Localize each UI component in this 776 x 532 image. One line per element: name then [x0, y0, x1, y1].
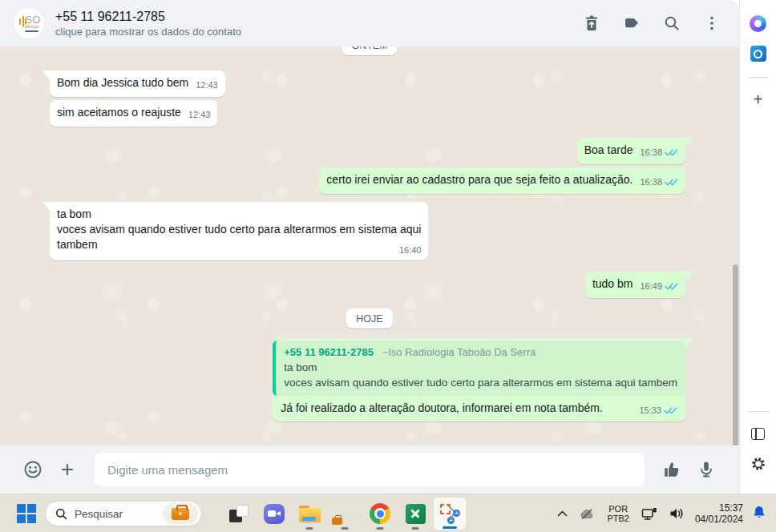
emoji-button[interactable] [19, 456, 46, 483]
contact-subtitle: clique para mostrar os dados do contato [55, 25, 576, 39]
plus-icon: + [61, 458, 74, 481]
kebab-menu-icon [702, 14, 721, 33]
read-receipt-icon [664, 406, 677, 415]
outlook-button[interactable] [746, 42, 770, 66]
message-row: certo irei enviar ao cadastro para que s… [0, 167, 739, 194]
clock-date: 04/01/2024 [695, 514, 743, 525]
message-bubble-outgoing[interactable]: Boa tarde 16:38 [577, 138, 685, 164]
message-text: voces avisam quando estiver tudo certo p… [57, 222, 421, 237]
onedrive-status-button[interactable] [576, 505, 598, 523]
message-row: +55 11 96211-2785 ~Iso Radiologia Taboão… [0, 339, 739, 421]
snipping-tool-icon: ++ [439, 503, 460, 524]
contact-avatar[interactable]: ISO radiologia [13, 7, 45, 39]
language-line1: POR [607, 504, 629, 514]
copilot-icon [750, 15, 766, 32]
attach-button[interactable]: + [54, 456, 81, 483]
notifications-button[interactable] [750, 502, 771, 526]
iso-logo-bar [25, 30, 38, 32]
windows-taskbar: Pesquisar [0, 494, 776, 532]
thumbs-up-icon [662, 460, 682, 479]
language-line2: PTB2 [607, 514, 629, 523]
taskbar-app-snipping-tool[interactable]: ++ [433, 497, 467, 530]
network-button[interactable] [638, 504, 661, 524]
microphone-icon [697, 460, 716, 479]
message-input[interactable] [95, 453, 645, 486]
sidebar-settings-button[interactable] [746, 452, 770, 476]
message-row: sim aceitamos o reajuste 12:43 [0, 100, 739, 127]
menu-button[interactable] [696, 7, 728, 39]
taskbar-app-file-explorer[interactable] [292, 496, 327, 531]
voice-message-button[interactable] [693, 456, 720, 483]
message-text: Já foi realizado a alteração doutora, in… [281, 401, 603, 416]
taskbar-clock[interactable]: 15:37 04/01/2024 [693, 501, 745, 526]
plus-icon: + [754, 91, 763, 107]
sidebar-divider [748, 411, 769, 412]
search-button[interactable] [656, 7, 688, 39]
taskbar-search[interactable]: Pesquisar [45, 501, 202, 526]
chat-scrollbar[interactable] [733, 264, 738, 445]
message-time: 16:38 [640, 147, 662, 158]
taskbar-app-excel[interactable] [398, 496, 433, 531]
message-bubble-incoming[interactable]: ta bom voces avisam quando estiver tudo … [50, 202, 428, 260]
date-pill-yesterday: ONTEM [342, 46, 397, 55]
message-text: Bom dia Jessica tudo bem [57, 75, 188, 91]
windows-logo-icon [17, 504, 36, 523]
message-row: Bom dia Jessica tudo bem 12:43 [0, 71, 739, 97]
date-pill-today: HOJE [346, 308, 392, 328]
copilot-button[interactable] [746, 11, 770, 35]
speaker-icon [669, 507, 685, 520]
language-indicator[interactable]: POR PTB2 [604, 502, 633, 525]
taskbar-app-chrome[interactable] [362, 496, 398, 531]
message-bubble-incoming[interactable]: Bom dia Jessica tudo bem 12:43 [50, 71, 225, 97]
toggle-sidebar-button[interactable] [746, 421, 770, 445]
contact-name: +55 11 96211-2785 [55, 8, 576, 25]
composer-bar: + [0, 445, 739, 494]
taskbar-app-edge[interactable] [327, 496, 362, 531]
message-bubble-outgoing-with-quote[interactable]: +55 11 96211-2785 ~Iso Radiologia Taboão… [273, 339, 685, 421]
message-time: 12:43 [188, 109, 211, 120]
message-text: certo irei enviar ao cadastro para que s… [326, 172, 633, 187]
header-actions [576, 7, 728, 39]
sidebar-bottom [746, 406, 770, 482]
volume-button[interactable] [666, 504, 688, 523]
taskbar-apps: ++ [221, 496, 467, 531]
delete-chat-button[interactable] [576, 7, 608, 39]
date-pill-row: HOJE [0, 308, 739, 328]
label-icon [622, 14, 641, 33]
quote-sender: +55 11 96211-2785 [284, 346, 374, 358]
chat-header: ISO radiologia +55 11 96211-2785 clique … [0, 0, 739, 46]
hidden-icons-button[interactable] [554, 507, 571, 520]
message-time: 16:40 [399, 244, 422, 256]
ethernet-icon [641, 507, 657, 521]
read-receipt-icon [665, 282, 678, 291]
message-row: Boa tarde 16:38 [0, 138, 739, 164]
quoted-message[interactable]: +55 11 96211-2785 ~Iso Radiologia Taboão… [273, 341, 685, 396]
taskbar-app-desktops[interactable] [221, 496, 257, 531]
teams-chat-icon [264, 504, 285, 524]
message-bubble-outgoing[interactable]: certo irei enviar ao cadastro para que s… [319, 167, 685, 194]
excel-icon [406, 504, 426, 524]
like-button[interactable] [658, 456, 685, 483]
clock-time: 15:37 [695, 502, 743, 514]
browser-sidebar: + [739, 0, 776, 494]
message-bubble-incoming[interactable]: sim aceitamos o reajuste 12:43 [50, 100, 217, 127]
add-sidebar-app-button[interactable]: + [746, 87, 770, 111]
message-bubble-outgoing[interactable]: tudo bm 16:49 [585, 272, 685, 298]
system-tray: POR PTB2 15:37 04/01/ [554, 494, 771, 532]
taskbar-app-teams[interactable] [257, 496, 292, 531]
message-time: 16:49 [640, 280, 662, 292]
search-icon [55, 508, 67, 520]
search-icon [662, 14, 681, 33]
search-placeholder: Pesquisar [75, 508, 163, 520]
message-text: tudo bm [592, 276, 633, 292]
message-text: sim aceitamos o reajuste [57, 105, 181, 120]
quote-header: +55 11 96211-2785 ~Iso Radiologia Taboão… [284, 345, 677, 360]
chrome-icon [370, 503, 390, 524]
label-button[interactable] [616, 7, 648, 39]
start-button[interactable] [13, 502, 40, 526]
chevron-up-icon [557, 510, 568, 517]
outlook-icon [750, 46, 766, 62]
contact-info[interactable]: +55 11 96211-2785 clique para mostrar os… [55, 8, 576, 39]
whatsapp-window: ISO radiologia +55 11 96211-2785 clique … [0, 0, 739, 494]
quote-text: ta bom [284, 360, 677, 375]
